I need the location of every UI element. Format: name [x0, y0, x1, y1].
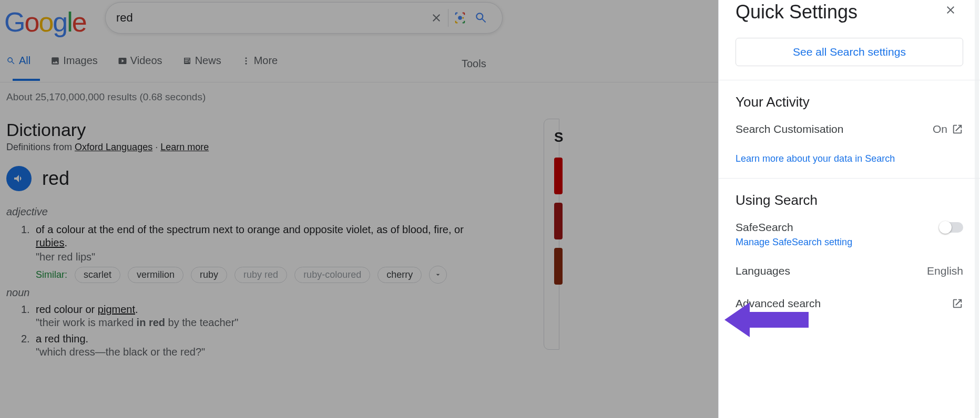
safesearch-row: SafeSearch	[736, 221, 963, 234]
learn-data-link[interactable]: Learn more about your data in Search	[736, 153, 895, 164]
setting-label: Languages	[736, 265, 790, 277]
open-external-icon	[952, 298, 963, 309]
setting-value: English	[927, 265, 963, 277]
section-title-activity: Your Activity	[736, 94, 963, 110]
setting-value: On	[933, 123, 947, 135]
setting-label: Advanced search	[736, 297, 821, 310]
manage-safesearch-link[interactable]: Manage SafeSearch setting	[736, 237, 852, 248]
section-title-using: Using Search	[736, 192, 963, 208]
search-customisation-row[interactable]: Search Customisation On	[736, 123, 963, 135]
setting-label: Search Customisation	[736, 123, 843, 135]
panel-title: Quick Settings	[736, 0, 963, 23]
divider	[719, 80, 980, 80]
languages-row[interactable]: Languages English	[736, 265, 963, 277]
setting-label: SafeSearch	[736, 221, 793, 234]
divider	[719, 178, 980, 179]
see-all-settings-button[interactable]: See all Search settings	[736, 38, 963, 66]
quick-settings-panel: Quick Settings See all Search settings Y…	[718, 0, 980, 418]
safesearch-toggle[interactable]	[940, 222, 963, 233]
advanced-search-row[interactable]: Advanced search	[736, 297, 963, 310]
open-external-icon	[952, 123, 963, 135]
close-icon[interactable]	[944, 3, 957, 20]
